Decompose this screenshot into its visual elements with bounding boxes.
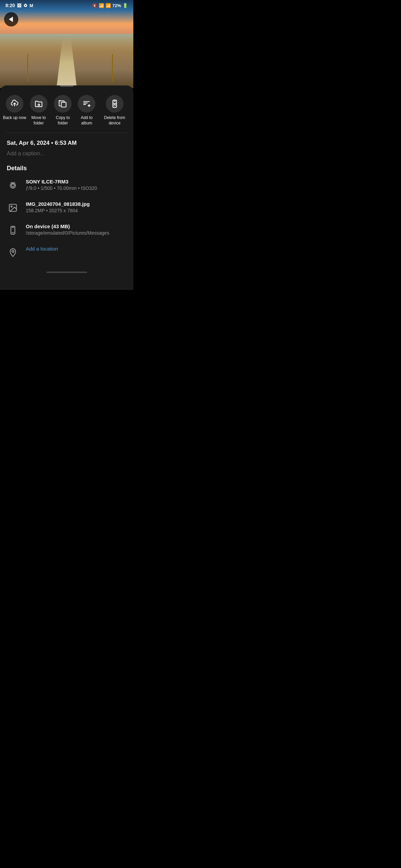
location-pin-icon	[7, 246, 19, 259]
cloud-upload-icon	[10, 99, 19, 108]
storage-detail-content: On device (43 MB) /storage/emulated/0/Pi…	[26, 223, 127, 236]
action-back-up-now[interactable]: Back up now	[3, 95, 26, 121]
back-button[interactable]	[4, 12, 18, 26]
copy-folder-icon	[58, 99, 67, 108]
status-bar: 8:20 🖼 ♻ M 🔇 📶 📶 72% 🔋	[0, 0, 133, 9]
details-title: Details	[7, 165, 127, 172]
status-left: 8:20 🖼 ♻ M	[5, 3, 33, 8]
phone-delete-icon	[110, 99, 119, 108]
camera-model: SONY ILCE-7RM3	[26, 179, 127, 184]
file-name: IMG_20240704_081838.jpg	[26, 201, 127, 207]
gmail-icon: M	[30, 3, 33, 8]
action-add-to-album[interactable]: Add to album	[75, 95, 98, 126]
move-to-folder-label: Move to folder	[26, 115, 51, 126]
copy-to-folder-label: Copy to folder	[51, 115, 75, 126]
nav-pill	[46, 272, 87, 273]
svg-rect-0	[61, 102, 66, 107]
camera-detail-content: SONY ILCE-7RM3 ƒ/9.0 • 1/500 • 70.00mm •…	[26, 179, 127, 191]
move-to-folder-icon-circle	[30, 95, 47, 113]
fence-right	[112, 54, 113, 81]
storage-path: /storage/emulated/0/Pictures/Messages	[26, 230, 127, 236]
drag-handle	[60, 85, 74, 87]
wifi-icon: 📶	[99, 3, 104, 8]
caption-field[interactable]: Add a caption...	[7, 151, 127, 157]
battery-icon: 🔋	[122, 3, 128, 8]
location-detail-row[interactable]: Add a location	[7, 246, 127, 259]
storage-label: On device (43 MB)	[26, 223, 127, 229]
actions-row: Back up now Move to folder Copy to fo	[0, 90, 133, 133]
battery-percent: 72%	[112, 3, 121, 8]
add-location-link[interactable]: Add a location	[26, 246, 127, 252]
back-up-now-icon-circle	[6, 95, 23, 113]
camera-detail-row: SONY ILCE-7RM3 ƒ/9.0 • 1/500 • 70.00mm •…	[7, 179, 127, 192]
action-copy-to-folder[interactable]: Copy to folder	[51, 95, 75, 126]
status-time: 8:20	[5, 3, 15, 8]
action-delete-from-device[interactable]: Delete from device	[98, 95, 131, 126]
file-detail-content: IMG_20240704_081838.jpg 158.2MP • 20275 …	[26, 201, 127, 213]
location-detail-content[interactable]: Add a location	[26, 246, 127, 252]
file-info: 158.2MP • 20275 x 7804	[26, 208, 127, 213]
fence-left	[27, 54, 28, 81]
add-to-album-icon-circle	[78, 95, 95, 113]
camera-icon	[7, 179, 19, 192]
copy-to-folder-icon-circle	[54, 95, 72, 113]
camera-settings: ƒ/9.0 • 1/500 • 70.00mm • ISO320	[26, 185, 127, 191]
svg-point-6	[11, 206, 12, 207]
image-file-icon	[7, 202, 19, 214]
mute-icon: 🔇	[92, 3, 97, 8]
photo-icon: 🖼	[17, 3, 21, 8]
bottom-nav	[0, 268, 133, 276]
status-right: 🔇 📶 📶 72% 🔋	[92, 3, 128, 8]
back-up-now-label: Back up now	[3, 115, 26, 121]
photo-view	[0, 0, 133, 88]
photo-date-time: Sat, Apr 6, 2024 • 6:53 AM	[7, 140, 127, 146]
svg-point-8	[12, 251, 14, 253]
info-section: Sat, Apr 6, 2024 • 6:53 AM Add a caption…	[0, 133, 133, 259]
settings-icon: ♻	[23, 3, 27, 8]
back-arrow-icon	[9, 17, 13, 22]
file-detail-row: IMG_20240704_081838.jpg 158.2MP • 20275 …	[7, 201, 127, 214]
storage-detail-row: On device (43 MB) /storage/emulated/0/Pi…	[7, 223, 127, 236]
delete-from-device-label: Delete from device	[98, 115, 131, 126]
bottom-panel: Back up now Move to folder Copy to fo	[0, 85, 133, 290]
action-move-to-folder[interactable]: Move to folder	[26, 95, 51, 126]
folder-move-icon	[34, 99, 43, 108]
add-to-album-label: Add to album	[75, 115, 98, 126]
add-album-icon	[82, 99, 91, 108]
signal-icon: 📶	[106, 3, 111, 8]
phone-storage-icon	[7, 224, 19, 236]
delete-from-device-icon-circle	[106, 95, 123, 113]
